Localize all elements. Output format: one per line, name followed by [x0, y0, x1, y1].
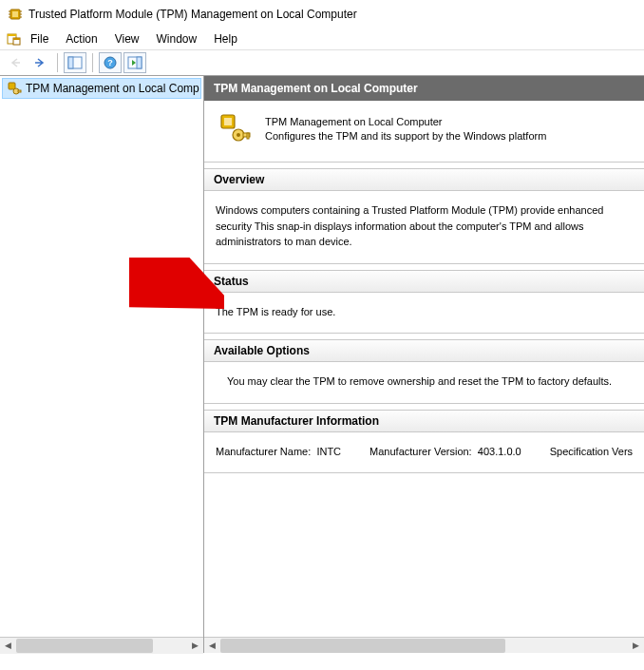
options-body: You may clear the TPM to remove ownershi… [204, 362, 644, 403]
tpm-key-icon [7, 81, 22, 96]
window-title: Trusted Platform Module (TPM) Management… [28, 8, 357, 21]
svg-rect-11 [13, 38, 20, 40]
svg-text:?: ? [107, 58, 113, 67]
svg-rect-27 [247, 133, 249, 139]
tpm-chip-icon [8, 7, 23, 22]
toolbar-separator [57, 53, 58, 72]
tree-hscrollbar[interactable]: ◀ ▶ [0, 637, 203, 653]
overview-body: Windows computers containing a Trusted P… [204, 191, 644, 263]
content-hscrollbar[interactable]: ◀ ▶ [204, 637, 644, 653]
options-section: Available Options You may clear the TPM … [204, 339, 644, 404]
scroll-right-button[interactable]: ▶ [187, 638, 203, 654]
overview-header: Overview [204, 169, 644, 191]
tree-root-label: TPM Management on Local Comp [26, 82, 199, 95]
mfr-spec: Specification Vers [550, 444, 633, 460]
svg-rect-1 [12, 11, 18, 17]
mfr-name: Manufacturer Name: INTC [216, 444, 341, 460]
menu-file[interactable]: File [23, 30, 56, 48]
action-pane-button[interactable] [123, 52, 146, 73]
content-title: TPM Management on Local Computer [204, 76, 644, 101]
tree-root-item[interactable]: TPM Management on Local Comp [2, 78, 201, 99]
svg-rect-13 [68, 57, 73, 68]
toolbar: ? [0, 49, 644, 76]
scroll-left-button[interactable]: ◀ [204, 638, 220, 654]
manufacturer-header: TPM Manufacturer Information [204, 411, 644, 432]
svg-rect-17 [137, 57, 142, 68]
svg-point-25 [237, 133, 240, 137]
svg-rect-23 [224, 118, 232, 125]
tree-pane: TPM Management on Local Comp ◀ ▶ [0, 76, 204, 653]
status-header: Status [204, 271, 644, 293]
console-icon [6, 31, 21, 47]
help-button[interactable]: ? [99, 52, 122, 73]
titlebar: Trusted Platform Module (TPM) Management… [0, 0, 644, 29]
menu-help[interactable]: Help [206, 30, 245, 48]
svg-rect-19 [9, 83, 15, 89]
scroll-left-button[interactable]: ◀ [0, 638, 16, 654]
show-hide-tree-button[interactable] [64, 52, 86, 73]
menu-action[interactable]: Action [58, 30, 104, 48]
forward-button[interactable] [28, 52, 51, 73]
menu-window[interactable]: Window [149, 30, 205, 48]
tpm-key-large-icon [218, 112, 252, 146]
menubar: File Action View Window Help [0, 29, 644, 49]
scroll-right-button[interactable]: ▶ [628, 638, 644, 654]
overview-section: Overview Windows computers containing a … [204, 168, 644, 264]
status-section: Status The TPM is ready for use. [204, 270, 644, 335]
description-panel: TPM Management on Local Computer Configu… [204, 101, 644, 163]
svg-rect-21 [18, 90, 21, 92]
status-body: The TPM is ready for use. [204, 293, 644, 334]
content-pane: TPM Management on Local Computer TPM Man… [204, 76, 644, 653]
menu-view[interactable]: View [107, 30, 147, 48]
toolbar-separator [92, 53, 93, 72]
mfr-version: Manufacturer Version: 403.1.0.0 [369, 444, 521, 460]
back-button[interactable] [4, 52, 27, 73]
description-body: Configures the TPM and its support by th… [265, 129, 546, 144]
manufacturer-section: TPM Manufacturer Information Manufacture… [204, 410, 644, 474]
options-header: Available Options [204, 340, 644, 362]
svg-rect-9 [8, 34, 16, 36]
description-title: TPM Management on Local Computer [265, 115, 546, 129]
